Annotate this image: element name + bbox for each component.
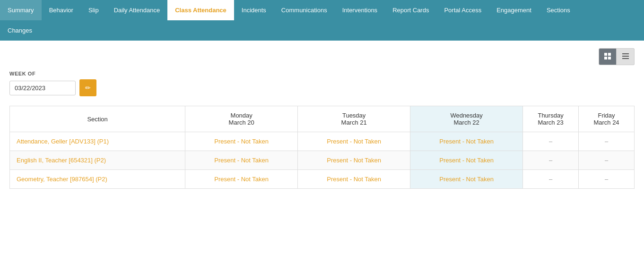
edit-week-button[interactable]: ✏	[79, 79, 96, 96]
header-wednesday: Wednesday March 22	[410, 106, 523, 132]
cell-friday: –	[579, 132, 635, 151]
header-thursday: Thursday March 23	[523, 106, 579, 132]
nav-bar-row2: Changes	[0, 20, 644, 41]
tab-portal-access[interactable]: Portal Access	[436, 0, 489, 20]
table-row: Attendance, Geller [ADV133] (P1)Present …	[10, 132, 635, 151]
header-monday: Monday March 20	[185, 106, 298, 132]
cell-thursday: –	[523, 151, 579, 170]
grid-icon	[604, 52, 611, 61]
friday-dash: –	[605, 176, 608, 183]
list-icon	[622, 52, 629, 61]
cell-wednesday: Present - Not Taken	[410, 170, 523, 189]
cell-thursday: –	[523, 132, 579, 151]
monday-status-link[interactable]: Present - Not Taken	[214, 157, 269, 164]
tuesday-status-link[interactable]: Present - Not Taken	[327, 176, 381, 183]
cell-tuesday: Present - Not Taken	[298, 170, 410, 189]
list-view-button[interactable]	[617, 48, 635, 65]
tab-engagement[interactable]: Engagement	[489, 0, 539, 20]
tab-interventions[interactable]: Interventions	[335, 0, 385, 20]
wednesday-status-link[interactable]: Present - Not Taken	[439, 138, 494, 145]
friday-dash: –	[605, 138, 608, 145]
tab-communications[interactable]: Communications	[274, 0, 335, 20]
view-toggle-container	[9, 48, 635, 65]
tab-daily-attendance[interactable]: Daily Attendance	[106, 0, 168, 20]
section-link[interactable]: Attendance, Geller [ADV133] (P1)	[17, 138, 109, 145]
tab-incidents[interactable]: Incidents	[234, 0, 274, 20]
monday-status-link[interactable]: Present - Not Taken	[214, 138, 269, 145]
section-link[interactable]: English II, Teacher [654321] (P2)	[17, 157, 106, 164]
cell-tuesday: Present - Not Taken	[298, 132, 410, 151]
svg-rect-5	[622, 56, 629, 57]
monday-status-link[interactable]: Present - Not Taken	[214, 176, 269, 183]
cell-section: Geometry, Teacher [987654] (P2)	[10, 170, 185, 189]
cell-section: English II, Teacher [654321] (P2)	[10, 151, 185, 170]
thursday-dash: –	[549, 176, 552, 183]
cell-section: Attendance, Geller [ADV133] (P1)	[10, 132, 185, 151]
tab-summary[interactable]: Summary	[0, 0, 42, 20]
section-link[interactable]: Geometry, Teacher [987654] (P2)	[17, 176, 107, 183]
cell-wednesday: Present - Not Taken	[410, 151, 523, 170]
week-of-label: WEEK OF	[9, 71, 635, 76]
tab-changes[interactable]: Changes	[0, 20, 40, 41]
svg-rect-3	[608, 57, 611, 59]
grid-view-button[interactable]	[599, 48, 617, 65]
tab-behavior[interactable]: Behavior	[42, 0, 81, 20]
cell-tuesday: Present - Not Taken	[298, 151, 410, 170]
cell-monday: Present - Not Taken	[185, 170, 298, 189]
tab-class-attendance[interactable]: Class Attendance	[167, 0, 234, 20]
thursday-dash: –	[549, 157, 552, 164]
svg-rect-0	[604, 53, 607, 56]
week-date-input[interactable]	[9, 81, 76, 95]
main-content: WEEK OF ✏ Section Monday March 20 Tuesda…	[0, 41, 644, 196]
header-section: Section	[10, 106, 185, 132]
svg-rect-2	[604, 57, 607, 59]
cell-friday: –	[579, 151, 635, 170]
pencil-icon: ✏	[85, 84, 91, 92]
thursday-dash: –	[549, 138, 552, 145]
cell-monday: Present - Not Taken	[185, 132, 298, 151]
cell-friday: –	[579, 170, 635, 189]
week-input-row: ✏	[9, 79, 635, 96]
svg-rect-4	[622, 53, 629, 54]
nav-bar-row1: Summary Behavior Slip Daily Attendance C…	[0, 0, 644, 20]
cell-wednesday: Present - Not Taken	[410, 132, 523, 151]
svg-rect-6	[622, 58, 629, 59]
tab-sections[interactable]: Sections	[539, 0, 578, 20]
cell-thursday: –	[523, 170, 579, 189]
tab-slip[interactable]: Slip	[81, 0, 106, 20]
wednesday-status-link[interactable]: Present - Not Taken	[439, 176, 494, 183]
cell-monday: Present - Not Taken	[185, 151, 298, 170]
week-selector: WEEK OF ✏	[9, 71, 635, 96]
svg-rect-1	[608, 53, 611, 56]
header-tuesday: Tuesday March 21	[298, 106, 410, 132]
attendance-table: Section Monday March 20 Tuesday March 21…	[9, 106, 635, 189]
tuesday-status-link[interactable]: Present - Not Taken	[327, 157, 381, 164]
tab-report-cards[interactable]: Report Cards	[385, 0, 436, 20]
header-friday: Friday March 24	[579, 106, 635, 132]
table-row: English II, Teacher [654321] (P2)Present…	[10, 151, 635, 170]
wednesday-status-link[interactable]: Present - Not Taken	[439, 157, 494, 164]
tuesday-status-link[interactable]: Present - Not Taken	[327, 138, 381, 145]
friday-dash: –	[605, 157, 608, 164]
table-row: Geometry, Teacher [987654] (P2)Present -…	[10, 170, 635, 189]
